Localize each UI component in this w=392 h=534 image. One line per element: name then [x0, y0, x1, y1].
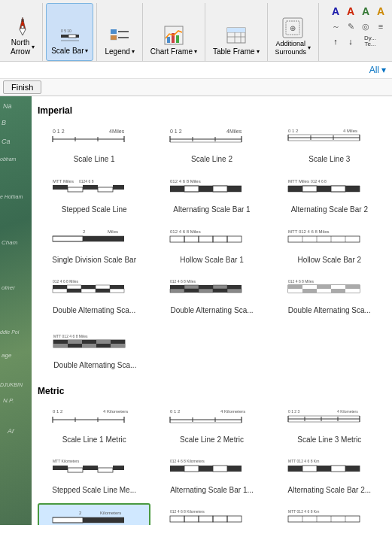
svg-rect-11: [111, 35, 117, 40]
list-item[interactable]: MTT Miles 0124 6 8 Stepped Scale Line: [38, 172, 150, 218]
north-arrow-button[interactable]: N North Arrow ▾: [6, 3, 39, 61]
legend-icon: [108, 23, 132, 47]
scale-bar-icon: 0 5 10: [58, 23, 82, 47]
svg-rect-181: [288, 466, 302, 472]
svg-rect-190: [53, 517, 83, 523]
list-item[interactable]: 012 4 6 8 Kilometers Alternating Scale B…: [155, 453, 268, 499]
all-filter-label: All: [369, 65, 379, 75]
svg-rect-100: [81, 285, 96, 289]
svg-rect-104: [67, 289, 81, 293]
list-item[interactable]: 012 4 6 8 Miles: [155, 273, 268, 319]
svg-rect-107: [110, 289, 124, 293]
list-item[interactable]: MTT 012 4 6 8 Km Hollow Scale Bar 2 Met.…: [273, 503, 386, 525]
svg-rect-74: [345, 186, 360, 192]
svg-text:4 Kilometers: 4 Kilometers: [220, 409, 245, 414]
scale-line-3-preview: 0 1 2 4 Miles: [277, 126, 382, 153]
dynamic-text-btn[interactable]: Dy...Te...: [359, 35, 381, 48]
svg-rect-122: [302, 285, 317, 289]
table-frame-button[interactable]: Table Frame ▾: [208, 3, 264, 61]
svg-rect-172: [98, 468, 113, 472]
legend-chevron: ▾: [132, 48, 135, 56]
list-item[interactable]: 0 1 2 3 4 Kilometers Scale Li: [273, 402, 386, 448]
svg-rect-61: [170, 186, 184, 192]
alt-bar-1-metric-preview: 012 4 6 8 Kilometers: [159, 457, 264, 484]
alt-bar-2-label: Alternating Scale Bar 2: [291, 205, 368, 214]
legend-button[interactable]: Legend ▾: [100, 3, 138, 61]
wave-icon[interactable]: ～: [329, 20, 342, 33]
hollow-2-label: Hollow Scale Bar 2: [298, 256, 361, 265]
svg-rect-64: [213, 186, 227, 192]
scale-line-3-metric-preview: 0 1 2 3 4 Kilometers: [277, 406, 382, 433]
circle-icon[interactable]: ◎: [359, 20, 372, 33]
svg-text:2: 2: [79, 511, 82, 515]
double-alt-3-label: Double Alternating Sca...: [288, 306, 371, 315]
scale-bar-button[interactable]: 0 5 10 Scale Bar ▾: [46, 3, 93, 61]
svg-rect-58: [98, 187, 113, 192]
text-icon-4[interactable]: A: [374, 5, 387, 18]
text-icon-1[interactable]: A: [329, 5, 342, 18]
svg-rect-101: [96, 285, 110, 289]
map-panel: Na B Ca obham e Hotham Cham olner ddle P…: [0, 96, 32, 525]
svg-rect-105: [81, 289, 96, 293]
table-frame-label: Table Frame ▾: [213, 47, 260, 58]
svg-text:012 4 6 8     Miles: 012 4 6 8 Miles: [170, 229, 201, 234]
list-item[interactable]: 012 4 6 8 Miles Alternating Scale Bar 1: [155, 172, 268, 218]
svg-rect-109: [170, 285, 184, 289]
svg-text:012 4 6 8     Miles: 012 4 6 8 Miles: [170, 179, 201, 184]
down-icon[interactable]: ↓: [344, 35, 357, 48]
svg-rect-62: [184, 186, 199, 192]
list-item[interactable]: MTT 012 4 6 8 Miles Hollow Scale Bar 2: [273, 223, 386, 269]
svg-rect-115: [184, 289, 199, 293]
hollow-2-metric-preview: MTT 012 4 6 8 Km: [277, 507, 382, 525]
items-panel: Imperial 0 1 2 4Miles: [32, 96, 392, 525]
scale-line-1-preview: 0 1 2 4Miles: [41, 126, 147, 153]
list-icon[interactable]: ≡: [374, 20, 387, 33]
svg-rect-182: [302, 466, 317, 472]
text-icon-2[interactable]: A: [344, 5, 357, 18]
list-item[interactable]: 2 Miles Single Division Scale Bar: [38, 223, 150, 269]
svg-rect-128: [317, 289, 331, 293]
list-item[interactable]: 012 4 6 8 Miles: [273, 273, 386, 319]
svg-text:012 4 6 8: 012 4 6 8: [311, 179, 327, 184]
list-item[interactable]: MTT Kilometers Stepped Scale Line Me...: [38, 453, 150, 499]
svg-rect-141: [96, 344, 111, 347]
double-alt-1-preview: 012 4 6 8 Miles: [41, 277, 147, 304]
single-div-label: Single Division Scale Bar: [52, 256, 136, 265]
list-item[interactable]: 0 1 2 4 Miles Scale Line 3: [273, 122, 386, 168]
all-filter-dropdown[interactable]: All ▾: [369, 65, 386, 75]
list-item[interactable]: MTT 012 4 6 8 Km Alternating Scale Bar 2…: [273, 453, 386, 499]
list-item[interactable]: 2 Kilometers Single Division Scale B...: [38, 503, 150, 525]
chart-frame-button[interactable]: Chart Frame ▾: [146, 3, 202, 61]
svg-rect-99: [67, 285, 81, 289]
svg-text:0  1  2: 0 1 2: [53, 409, 63, 414]
list-item[interactable]: 0 1 2 4 Kilometers Scale Line 1 Metric: [38, 402, 150, 448]
svg-rect-183: [317, 466, 331, 472]
list-item[interactable]: 012 4 6 8 Kilometers Hollow Scale Bar 1 …: [155, 503, 268, 525]
finish-button[interactable]: Finish: [3, 80, 41, 94]
list-item[interactable]: 012 4 6 8 Miles Hollow Scale Bar 1: [155, 223, 268, 269]
svg-rect-179: [227, 466, 242, 472]
list-item[interactable]: 0 1 2 4Miles Scale Line 1: [38, 122, 150, 168]
svg-rect-71: [302, 186, 317, 192]
svg-rect-173: [113, 466, 124, 470]
svg-rect-116: [199, 289, 213, 293]
list-item[interactable]: 0 1 2 4 Kilometers Scale Line 2 Metric: [155, 402, 268, 448]
alt-bar-2-metric-preview: MTT 012 4 6 8 Km: [277, 457, 382, 484]
svg-rect-106: [96, 289, 110, 293]
list-item[interactable]: MTT 012 4 6 8 Miles: [38, 328, 153, 374]
text-icon-3[interactable]: A: [359, 5, 372, 18]
list-item[interactable]: 0 1 2 4Miles Scale Line 2: [155, 122, 268, 168]
svg-text:0  1  2: 0 1 2: [170, 129, 182, 134]
scale-line-2-metric-label: Scale Line 2 Metric: [180, 435, 244, 444]
svg-text:012 4 6 8     Miles: 012 4 6 8 Miles: [288, 279, 314, 284]
svg-text:2: 2: [83, 229, 86, 234]
edit-icon[interactable]: ✎: [344, 20, 357, 33]
up-icon[interactable]: ↑: [329, 35, 342, 48]
toolbar: N North Arrow ▾ 0 5 10: [0, 0, 392, 62]
list-item[interactable]: 012 4 6 8 Miles: [38, 273, 150, 319]
svg-rect-25: [241, 28, 245, 32]
svg-rect-10: [111, 29, 117, 34]
list-item[interactable]: MTT Miles 012 4 6 8: [273, 172, 386, 218]
svg-rect-55: [53, 185, 68, 190]
additional-surrounds-button[interactable]: ⊕ Additional Surrounds ▾: [271, 3, 316, 61]
